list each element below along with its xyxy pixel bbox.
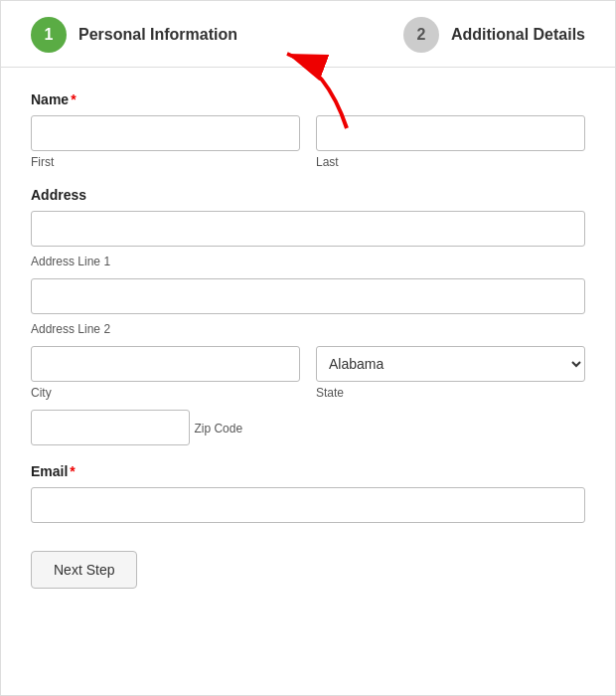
step-2-label: Additional Details <box>451 26 585 44</box>
address-field-group: Address Address Line 1 Address Line 2 Ci… <box>31 187 585 445</box>
email-input[interactable] <box>31 487 585 523</box>
email-field-group: Email* <box>31 463 585 523</box>
name-label: Name* <box>31 91 585 107</box>
city-sub-label: City <box>31 386 300 400</box>
address-line2-sub-label: Address Line 2 <box>31 322 585 336</box>
step-2-number: 2 <box>416 26 425 44</box>
first-name-col: First <box>31 115 300 169</box>
next-step-button[interactable]: Next Step <box>31 551 137 589</box>
first-name-input[interactable] <box>31 115 300 151</box>
form-body: Name* First Last Address Address Line 1 … <box>1 68 615 609</box>
step-1-number: 1 <box>45 26 54 44</box>
name-row: First Last <box>31 115 585 169</box>
city-state-row: City Alabama Alaska Arizona Arkansas Cal… <box>31 346 585 400</box>
city-input[interactable] <box>31 346 300 382</box>
step-header: 1 Personal Information 2 Additional Deta… <box>1 1 615 68</box>
last-name-input[interactable] <box>316 115 585 151</box>
state-sub-label: State <box>316 386 585 400</box>
name-field-group: Name* First Last <box>31 91 585 169</box>
zip-sub-label: Zip Code <box>194 422 242 435</box>
form-container: 1 Personal Information 2 Additional Deta… <box>0 0 616 696</box>
address-label: Address <box>31 187 585 203</box>
first-name-sub-label: First <box>31 155 300 169</box>
zip-row: Zip Code <box>31 410 585 445</box>
state-select[interactable]: Alabama Alaska Arizona Arkansas Californ… <box>316 346 585 382</box>
address-line1-sub-label: Address Line 1 <box>31 255 585 268</box>
zip-input[interactable] <box>31 410 190 445</box>
last-name-sub-label: Last <box>316 155 585 169</box>
step-1-circle[interactable]: 1 <box>31 17 67 53</box>
last-name-col: Last <box>316 115 585 169</box>
step-1-label: Personal Information <box>78 26 237 44</box>
address-line1-input[interactable] <box>31 211 585 247</box>
step-2-circle[interactable]: 2 <box>403 17 439 53</box>
address-line2-input[interactable] <box>31 278 585 314</box>
state-col: Alabama Alaska Arizona Arkansas Californ… <box>316 346 585 400</box>
email-label: Email* <box>31 463 585 479</box>
city-col: City <box>31 346 300 400</box>
